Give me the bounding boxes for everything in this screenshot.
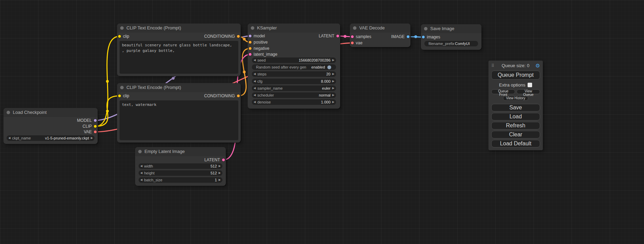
refresh-button[interactable]: Refresh <box>491 122 540 129</box>
queue-front-button[interactable]: Queue Front <box>491 89 515 94</box>
node-titlebar[interactable]: Save Image <box>421 24 482 33</box>
increment-arrow-icon[interactable]: ▶ <box>217 170 222 176</box>
port-row: model LATENT <box>248 33 340 39</box>
drag-handle-icon[interactable]: ⠿ <box>491 63 494 68</box>
widget-width[interactable]: ◀ width 512 ▶ <box>139 163 222 169</box>
widget-name: width <box>144 164 153 168</box>
increment-arrow-icon[interactable]: ▶ <box>330 57 336 63</box>
node-clip-text-encode-positive[interactable]: CLIP Text Encode (Prompt) clip CONDITION… <box>117 24 241 76</box>
load-button[interactable]: Load <box>491 113 540 120</box>
queue-panel[interactable]: ⠿ Queue size: 0 ⚙ Queue Prompt Extra opt… <box>488 61 543 150</box>
clip-input-dot[interactable] <box>118 94 121 98</box>
node-title: VAE Decode <box>359 24 385 33</box>
link-midpoint-dot <box>243 38 246 40</box>
vae-output-dot[interactable] <box>94 130 97 134</box>
port-label: clip <box>123 34 129 39</box>
settings-gear-icon[interactable]: ⚙ <box>536 63 540 69</box>
decrement-arrow-icon[interactable]: ◀ <box>252 71 257 77</box>
widget-batch-size[interactable]: ◀ batch_size 1 ▶ <box>139 177 222 183</box>
widget-denoise[interactable]: ◀ denoise 1.000 ▶ <box>252 99 336 105</box>
view-history-button[interactable]: View History <box>503 96 528 101</box>
conditioning-output-dot[interactable] <box>237 35 240 38</box>
decrement-arrow-icon[interactable]: ◀ <box>252 57 257 63</box>
node-titlebar[interactable]: Load Checkpoint <box>3 108 98 117</box>
node-clip-text-encode-negative[interactable]: CLIP Text Encode (Prompt) clip CONDITION… <box>117 83 241 143</box>
increment-arrow-icon[interactable]: ▶ <box>330 99 336 105</box>
widget-value: normal <box>274 93 330 97</box>
widget-name: filename_prefix <box>429 42 455 46</box>
widget-random-seed-toggle[interactable]: Random seed after every gen enabled <box>252 64 336 70</box>
node-titlebar[interactable]: CLIP Text Encode (Prompt) <box>117 24 241 33</box>
widget-value: 20 <box>266 72 330 76</box>
prompt-textarea[interactable]: beautiful scenery nature glass bottle la… <box>120 41 238 74</box>
load-default-button[interactable]: Load Default <box>491 140 540 147</box>
vae-input-dot[interactable] <box>351 41 354 45</box>
prev-value-arrow-icon[interactable]: ◀ <box>252 85 257 91</box>
node-vae-decode[interactable]: VAE Decode samples IMAGE vae <box>350 24 411 47</box>
collapse-dot-icon[interactable] <box>138 150 142 153</box>
increment-arrow-icon[interactable]: ▶ <box>217 177 222 183</box>
image-output-dot[interactable] <box>406 35 410 38</box>
decrement-arrow-icon[interactable]: ◀ <box>139 170 144 176</box>
conditioning-output-dot[interactable] <box>237 94 240 98</box>
images-input-dot[interactable] <box>422 35 425 39</box>
model-output-dot[interactable] <box>94 119 97 122</box>
prompt-textarea[interactable]: text, watermark <box>120 100 238 140</box>
model-input-dot[interactable] <box>248 34 252 38</box>
queue-prompt-button[interactable]: Queue Prompt <box>491 71 540 80</box>
widget-seed[interactable]: ◀ seed 156680208700286 ▶ <box>252 57 336 63</box>
positive-input-dot[interactable] <box>248 40 252 44</box>
input-row-positive: positive <box>248 39 340 45</box>
clear-button[interactable]: Clear <box>491 131 540 138</box>
widget-cfg[interactable]: ◀ cfg 8.000 ▶ <box>252 79 336 84</box>
latent-output-dot[interactable] <box>336 34 339 38</box>
node-ksampler[interactable]: KSampler model LATENT positive negative … <box>248 24 340 109</box>
widget-scheduler[interactable]: ◀ scheduler normal ▶ <box>252 92 336 98</box>
node-load-checkpoint[interactable]: Load Checkpoint MODEL CLIP VAE ◀ ckpt_na… <box>3 108 98 144</box>
toggle-knob-icon[interactable] <box>327 65 331 69</box>
increment-arrow-icon[interactable]: ▶ <box>330 79 336 84</box>
increment-arrow-icon[interactable]: ▶ <box>330 71 336 77</box>
extra-options-checkbox[interactable] <box>528 83 532 87</box>
widget-sampler-name[interactable]: ◀ sampler_name euler ▶ <box>252 85 336 91</box>
collapse-dot-icon[interactable] <box>353 26 356 30</box>
clip-output-dot[interactable] <box>94 125 97 128</box>
collapse-dot-icon[interactable] <box>7 111 10 114</box>
latent-image-input-dot[interactable] <box>248 53 252 56</box>
node-empty-latent-image[interactable]: Empty Latent Image LATENT ◀ width 512 ▶ … <box>135 147 226 186</box>
widget-ckpt-name[interactable]: ◀ ckpt_name v1-5-pruned-emaonly.ckpt ▶ <box>7 135 95 141</box>
node-titlebar[interactable]: KSampler <box>248 24 340 33</box>
decrement-arrow-icon[interactable]: ◀ <box>252 79 257 84</box>
graph-canvas[interactable]: { "colors": { "canvas_bg": "#1d1d1d", "n… <box>0 0 644 244</box>
node-save-image[interactable]: Save Image images filename_prefix ComfyU… <box>421 24 482 50</box>
collapse-dot-icon[interactable] <box>120 26 124 30</box>
clip-input-dot[interactable] <box>118 35 121 38</box>
node-titlebar[interactable]: CLIP Text Encode (Prompt) <box>117 83 241 92</box>
collapse-dot-icon[interactable] <box>120 86 124 89</box>
save-button[interactable]: Save <box>491 104 540 111</box>
widget-value: enabled <box>306 65 325 69</box>
collapse-dot-icon[interactable] <box>424 27 427 30</box>
decrement-arrow-icon[interactable]: ◀ <box>139 177 144 183</box>
next-value-arrow-icon[interactable]: ▶ <box>330 85 336 91</box>
history-row: View History <box>491 96 540 101</box>
node-titlebar[interactable]: VAE Decode <box>350 24 411 33</box>
widget-filename-prefix[interactable]: filename_prefix ComfyUI <box>424 41 478 46</box>
widget-name: height <box>144 171 155 175</box>
node-titlebar[interactable]: Empty Latent Image <box>135 147 226 156</box>
next-value-arrow-icon[interactable]: ▶ <box>330 92 336 98</box>
widget-steps[interactable]: ◀ steps 20 ▶ <box>252 71 336 77</box>
collapse-dot-icon[interactable] <box>251 26 254 30</box>
view-queue-button[interactable]: View Queue <box>517 89 540 94</box>
samples-input-dot[interactable] <box>351 35 354 38</box>
prev-value-arrow-icon[interactable]: ◀ <box>7 135 12 141</box>
port-label: samples <box>356 34 371 39</box>
increment-arrow-icon[interactable]: ▶ <box>217 163 222 169</box>
negative-input-dot[interactable] <box>248 47 252 50</box>
next-value-arrow-icon[interactable]: ▶ <box>89 135 95 141</box>
latent-output-dot[interactable] <box>222 158 225 162</box>
widget-height[interactable]: ◀ height 512 ▶ <box>139 170 222 176</box>
decrement-arrow-icon[interactable]: ◀ <box>252 99 257 105</box>
decrement-arrow-icon[interactable]: ◀ <box>139 163 144 169</box>
prev-value-arrow-icon[interactable]: ◀ <box>252 92 257 98</box>
